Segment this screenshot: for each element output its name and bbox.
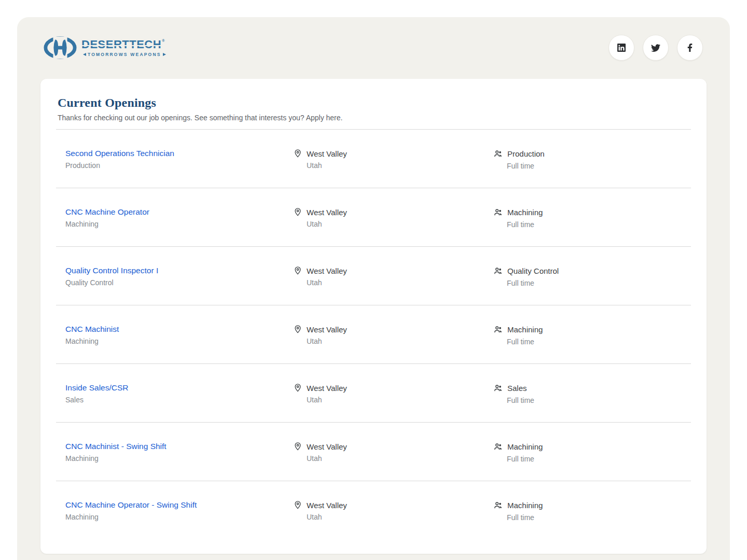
location-pin-icon (293, 383, 302, 393)
job-state: Utah (293, 396, 493, 404)
job-city: West Valley (307, 501, 347, 510)
current-openings-card: Current Openings Thanks for checking out… (40, 79, 707, 554)
job-title-link[interactable]: CNC Machine Operator (65, 207, 149, 216)
location-pin-icon (293, 500, 302, 510)
location-pin-icon (293, 442, 302, 451)
job-category-label: Production (65, 161, 293, 170)
job-row[interactable]: CNC Machine Operator Machining West Vall… (56, 188, 691, 246)
job-title-cell: Second Operations Technician Production (65, 149, 293, 171)
department-people-icon (493, 383, 503, 393)
job-title-cell: CNC Machinist Machining (65, 325, 293, 346)
job-city: West Valley (307, 384, 347, 393)
job-category-label: Machining (65, 454, 293, 463)
job-department: Machining (507, 501, 543, 510)
job-location-cell: West Valley Utah (293, 442, 493, 464)
job-title-link[interactable]: Quality Control Inspector I (65, 266, 158, 275)
job-row[interactable]: Inside Sales/CSR Sales West Valley Utah (56, 363, 691, 422)
job-title-link[interactable]: CNC Machine Operator - Swing Shift (65, 500, 197, 509)
social-links (608, 35, 703, 61)
job-row[interactable]: CNC Machinist - Swing Shift Machining We… (56, 422, 691, 481)
job-department-cell: Machining Full time (493, 500, 691, 522)
job-row[interactable]: Second Operations Technician Production … (56, 129, 691, 188)
job-location-cell: West Valley Utah (293, 266, 493, 288)
desert-tech-logo[interactable]: DESERTTECH ® TOMORROWS WEAPONS (44, 36, 168, 59)
location-pin-icon (293, 149, 302, 158)
page-canvas: DESERTTECH ® TOMORROWS WEAPONS (17, 17, 730, 560)
job-employment-type: Full time (493, 396, 691, 405)
job-department-cell: Quality Control Full time (493, 266, 691, 288)
job-title-cell: Quality Control Inspector I Quality Cont… (65, 266, 293, 288)
job-employment-type: Full time (493, 513, 691, 522)
job-row[interactable]: Quality Control Inspector I Quality Cont… (56, 246, 691, 305)
top-header: DESERTTECH ® TOMORROWS WEAPONS (17, 17, 730, 61)
logo-brand-text: DESERTTECH (81, 38, 161, 50)
location-pin-icon (293, 325, 302, 334)
job-city: West Valley (307, 442, 347, 451)
job-department-cell: Production Full time (493, 149, 691, 171)
page-title: Current Openings (58, 96, 689, 110)
job-department: Sales (507, 384, 527, 393)
job-location-cell: West Valley Utah (293, 325, 493, 346)
logo-tagline-text: TOMORROWS WEAPONS (88, 52, 161, 57)
department-people-icon (493, 207, 503, 217)
job-state: Utah (293, 278, 493, 287)
job-row[interactable]: CNC Machine Operator - Swing Shift Machi… (56, 481, 691, 539)
job-title-cell: Inside Sales/CSR Sales (65, 383, 293, 405)
job-category-label: Machining (65, 220, 293, 229)
job-list: Second Operations Technician Production … (56, 129, 691, 539)
job-state: Utah (293, 220, 493, 229)
job-category-label: Machining (65, 337, 293, 346)
facebook-icon (687, 43, 693, 52)
job-location-cell: West Valley Utah (293, 149, 493, 171)
job-department-cell: Sales Full time (493, 383, 691, 405)
department-people-icon (493, 325, 503, 334)
job-title-cell: CNC Machinist - Swing Shift Machining (65, 442, 293, 464)
job-department: Machining (507, 208, 543, 217)
logo-tagline-row: TOMORROWS WEAPONS (81, 52, 168, 57)
department-people-icon (493, 266, 503, 276)
tagline-arrow-right-icon (163, 53, 166, 56)
department-people-icon (493, 442, 503, 452)
logo-text-block: DESERTTECH ® TOMORROWS WEAPONS (81, 39, 168, 57)
tagline-arrow-left-icon (83, 53, 86, 56)
job-department: Machining (507, 325, 543, 334)
job-category-label: Sales (65, 396, 293, 404)
job-row[interactable]: CNC Machinist Machining West Valley Utah (56, 305, 691, 363)
job-title-link[interactable]: Inside Sales/CSR (65, 383, 128, 392)
job-employment-type: Full time (493, 455, 691, 464)
job-title-cell: CNC Machine Operator - Swing Shift Machi… (65, 500, 293, 522)
job-city: West Valley (307, 208, 347, 217)
job-category-label: Machining (65, 513, 293, 522)
location-pin-icon (293, 266, 302, 275)
logo-registered-mark: ® (162, 39, 164, 43)
job-location-cell: West Valley Utah (293, 500, 493, 522)
location-pin-icon (293, 207, 302, 217)
department-people-icon (493, 149, 503, 159)
job-city: West Valley (307, 149, 347, 158)
desert-tech-emblem-icon (44, 36, 77, 59)
job-department-cell: Machining Full time (493, 442, 691, 464)
job-location-cell: West Valley Utah (293, 383, 493, 405)
job-state: Utah (293, 513, 493, 522)
linkedin-icon (617, 44, 626, 52)
job-city: West Valley (307, 325, 347, 334)
linkedin-button[interactable] (608, 35, 634, 61)
job-state: Utah (293, 454, 493, 463)
job-title-cell: CNC Machine Operator Machining (65, 207, 293, 229)
job-employment-type: Full time (493, 279, 691, 288)
department-people-icon (493, 500, 503, 510)
job-category-label: Quality Control (65, 278, 293, 287)
twitter-button[interactable] (643, 35, 669, 61)
job-department: Production (507, 149, 545, 158)
job-employment-type: Full time (493, 162, 691, 171)
logo-brand-row: DESERTTECH ® (81, 39, 168, 50)
page-subtitle: Thanks for checking out our job openings… (58, 114, 689, 122)
job-department: Quality Control (507, 267, 559, 275)
job-location-cell: West Valley Utah (293, 207, 493, 229)
job-employment-type: Full time (493, 338, 691, 346)
job-department-cell: Machining Full time (493, 207, 691, 229)
job-title-link[interactable]: CNC Machinist (65, 325, 119, 333)
job-title-link[interactable]: Second Operations Technician (65, 149, 174, 158)
facebook-button[interactable] (677, 35, 703, 61)
job-title-link[interactable]: CNC Machinist - Swing Shift (65, 442, 167, 451)
